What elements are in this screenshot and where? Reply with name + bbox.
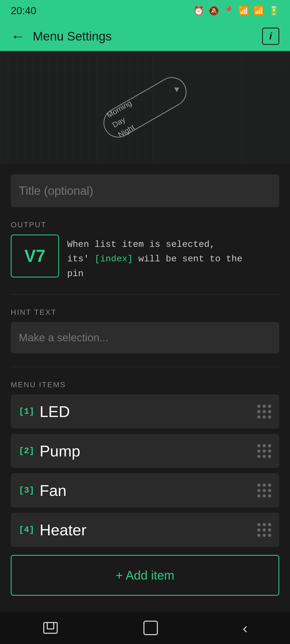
menu-item-row[interactable]: [2] Pump [11, 434, 279, 468]
drag-handle-1[interactable] [257, 405, 271, 419]
drag-dot [263, 484, 266, 487]
main-content: OUTPUT V7 When list item is selected, it… [0, 164, 290, 644]
drag-dot [257, 528, 260, 532]
item-index-2: [2] [19, 446, 34, 456]
recent-apps-button[interactable] [42, 621, 59, 635]
home-button[interactable] [143, 621, 158, 635]
item-name-1: LED [40, 402, 257, 420]
output-description: When list item is selected, its' [index]… [67, 237, 242, 281]
drag-dot [268, 405, 271, 408]
output-section: OUTPUT V7 When list item is selected, it… [11, 221, 279, 295]
drag-dot [257, 484, 260, 487]
pill-text: Morning Day Night [105, 97, 145, 140]
drag-dot [257, 405, 260, 408]
drag-dot [268, 534, 271, 537]
drag-dot [257, 489, 260, 492]
top-bar: ← Menu Settings i [0, 21, 290, 51]
item-index-4: [4] [19, 525, 34, 535]
output-desc-1: When list item is selected, [67, 239, 215, 250]
back-button[interactable]: ← [11, 28, 25, 44]
output-row: V7 When list item is selected, its' [ind… [11, 235, 279, 281]
drag-dot [257, 415, 260, 419]
svg-rect-1 [47, 623, 54, 629]
drag-dot [263, 444, 266, 447]
drag-handle-2[interactable] [257, 444, 271, 458]
drag-dot [263, 410, 266, 413]
drag-dot [268, 410, 271, 413]
wifi-icon: 📶 [238, 6, 249, 16]
drag-dot [257, 534, 260, 537]
drag-handle-3[interactable] [257, 484, 271, 497]
alarm-icon: ⏰ [193, 6, 204, 16]
title-input[interactable] [11, 174, 279, 207]
hint-input[interactable] [11, 322, 279, 353]
output-desc-3: will be sent to the [133, 254, 242, 264]
recent-icon [42, 621, 59, 635]
drag-dot [268, 415, 271, 419]
item-name-4: Heater [40, 521, 257, 539]
output-label: OUTPUT [11, 221, 279, 229]
back-arrow-icon: ‹ [242, 619, 248, 637]
item-name-2: Pump [40, 442, 257, 460]
bottom-nav: ‹ [0, 612, 290, 644]
home-icon [143, 621, 158, 635]
location-icon: 📍 [223, 6, 234, 16]
battery-icon: 🔋 [269, 6, 279, 16]
menu-items-section: MENU ITEMS [1] LED [2] Pump [11, 380, 279, 596]
page-title: Menu Settings [33, 29, 254, 43]
hint-section: HINT TEXT [11, 308, 279, 367]
drag-dot [257, 494, 260, 497]
drag-dot [263, 528, 266, 532]
drag-dot [257, 444, 260, 447]
status-bar: 20:40 ⏰ 🔕 📍 📶 📶 🔋 [0, 0, 290, 21]
drag-dot [268, 528, 271, 532]
pill-arrow-icon [174, 85, 180, 92]
menu-items-label: MENU ITEMS [11, 380, 279, 389]
item-index-1: [1] [19, 407, 34, 416]
pill-widget: Morning Day Night [98, 72, 192, 143]
hero-area: Morning Day Night [0, 51, 290, 164]
drag-dot [268, 449, 271, 453]
status-icons: ⏰ 🔕 📍 📶 📶 🔋 [193, 6, 279, 16]
output-pin-box[interactable]: V7 [11, 235, 59, 277]
add-item-button[interactable]: + Add item [11, 555, 279, 596]
drag-dot [263, 415, 266, 419]
drag-dot [268, 455, 271, 458]
status-time: 20:40 [11, 5, 36, 17]
output-desc-4: pin [67, 269, 84, 279]
info-button[interactable]: i [262, 28, 279, 45]
output-desc-highlight: [index] [95, 254, 133, 264]
drag-dot [263, 494, 266, 497]
item-name-3: Fan [40, 481, 257, 499]
drag-dot [268, 489, 271, 492]
item-index-3: [3] [19, 485, 34, 495]
menu-item-row[interactable]: [1] LED [11, 394, 279, 429]
menu-item-row[interactable]: [4] Heater [11, 513, 279, 547]
drag-dot [268, 494, 271, 497]
drag-dot [257, 449, 260, 453]
drag-dot [263, 455, 266, 458]
drag-dot [268, 523, 271, 526]
drag-dot [257, 455, 260, 458]
back-button-nav[interactable]: ‹ [242, 619, 248, 637]
drag-dot [257, 410, 260, 413]
drag-dot [268, 484, 271, 487]
drag-dot [263, 523, 266, 526]
title-field-wrap [11, 174, 279, 207]
drag-dot [263, 405, 266, 408]
drag-dot [263, 534, 266, 537]
drag-dot [263, 489, 266, 492]
drag-dot [268, 444, 271, 447]
hint-label: HINT TEXT [11, 308, 279, 317]
mute-icon: 🔕 [208, 6, 219, 16]
drag-dot [257, 523, 260, 526]
output-desc-2: its' [67, 254, 95, 264]
drag-handle-4[interactable] [257, 523, 271, 537]
svg-rect-0 [44, 623, 57, 633]
menu-item-row[interactable]: [3] Fan [11, 473, 279, 507]
signal-icon: 📶 [253, 6, 264, 16]
drag-dot [263, 449, 266, 453]
